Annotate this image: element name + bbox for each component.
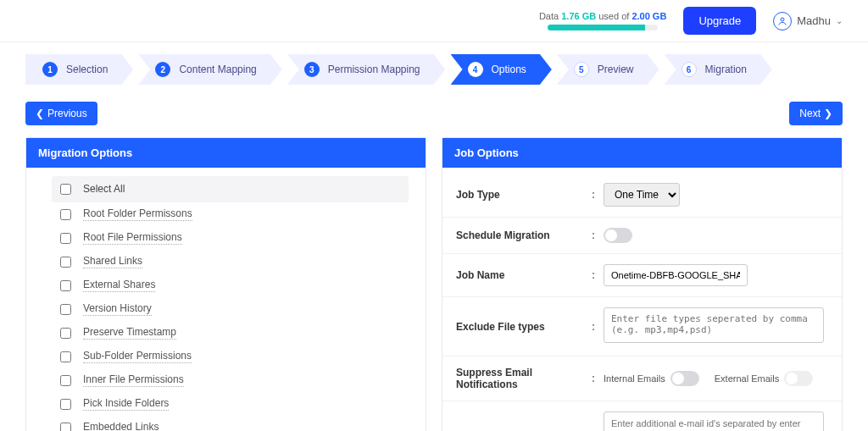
migration-options-list: Select All Root Folder PermissonsRoot Fi…	[26, 168, 426, 431]
chevron-right-icon: ❯	[824, 108, 832, 119]
previous-label: Previous	[47, 108, 87, 119]
external-emails-toggle[interactable]	[784, 371, 813, 386]
option-label: Sub-Folder Permissions	[83, 350, 192, 363]
internal-emails-toggle[interactable]	[670, 371, 699, 386]
step-number: 2	[155, 62, 170, 77]
job-name-label: Job Name	[456, 269, 592, 281]
schedule-label: Schedule Migration	[456, 229, 592, 241]
option-row: Root File Permissions	[60, 226, 409, 250]
additional-emails-input[interactable]	[604, 412, 824, 431]
select-all-row[interactable]: Select All	[52, 176, 409, 202]
option-row: Root Folder Permissons	[60, 202, 409, 226]
step-label: Permission Mapping	[328, 64, 420, 75]
additional-emails-row	[442, 401, 842, 431]
option-row: External Shares	[60, 274, 409, 297]
data-total-value: 2.00 GB	[632, 11, 666, 21]
select-all-label: Select All	[83, 183, 125, 196]
step-preview[interactable]: 5Preview	[557, 54, 659, 85]
option-row: Version History	[60, 297, 409, 321]
option-row: Pick Inside Folders	[60, 392, 409, 416]
data-used-value: 1.76 GB	[561, 11, 596, 21]
option-checkbox[interactable]	[60, 375, 71, 386]
job-options-title: Job Options	[442, 138, 842, 168]
job-type-select[interactable]: One Time	[604, 183, 680, 207]
option-checkbox[interactable]	[60, 423, 71, 432]
schedule-toggle[interactable]	[604, 228, 632, 243]
nav-row: ❮ Previous Next ❯	[0, 93, 868, 137]
job-name-row: Job Name :	[442, 254, 842, 297]
step-label: Preview	[598, 64, 634, 75]
suppress-label: Suppress Email Notifications	[456, 367, 592, 390]
step-number: 6	[682, 62, 697, 77]
step-label: Content Mapping	[179, 64, 256, 75]
top-bar: Data 1.76 GB used of 2.00 GB Upgrade Mad…	[0, 0, 868, 42]
option-label: Pick Inside Folders	[83, 397, 169, 411]
option-checkbox[interactable]	[60, 280, 71, 291]
data-usage: Data 1.76 GB used of 2.00 GB	[539, 11, 666, 30]
next-label: Next	[799, 108, 821, 119]
job-name-input[interactable]	[604, 264, 748, 286]
option-checkbox[interactable]	[60, 233, 71, 244]
usage-progress	[548, 25, 658, 30]
panels: Migration Options Select All Root Folder…	[0, 137, 868, 431]
option-label: Shared Links	[83, 255, 142, 268]
exclude-row: Exclude File types :	[442, 297, 842, 356]
option-row: Embedded Links	[60, 416, 409, 431]
step-number: 1	[42, 62, 58, 77]
upgrade-button[interactable]: Upgrade	[683, 7, 756, 35]
chevron-down-icon: ⌄	[836, 16, 843, 25]
step-options[interactable]: 4Options	[451, 54, 552, 85]
username-label: Madhu	[797, 14, 831, 27]
option-label: Preserve Timestamp	[83, 326, 176, 340]
option-checkbox[interactable]	[60, 399, 71, 410]
stepper: 1Selection2Content Mapping3Permission Ma…	[0, 42, 868, 93]
option-row: Inner File Permissions	[60, 368, 409, 392]
option-label: Inner File Permissions	[83, 373, 184, 387]
step-content-mapping[interactable]: 2Content Mapping	[138, 54, 281, 85]
option-label: Root Folder Permissons	[83, 207, 192, 221]
migration-options-panel: Migration Options Select All Root Folder…	[25, 137, 426, 431]
option-row: Shared Links	[60, 250, 409, 274]
avatar-icon	[773, 12, 792, 30]
step-label: Selection	[66, 64, 108, 75]
step-number: 3	[304, 62, 320, 77]
option-checkbox[interactable]	[60, 351, 71, 362]
option-label: Embedded Links	[83, 421, 159, 431]
exclude-label: Exclude File types	[456, 321, 592, 333]
option-checkbox[interactable]	[60, 209, 71, 220]
exclude-filetypes-input[interactable]	[604, 307, 824, 343]
step-label: Options	[492, 64, 526, 75]
option-row: Sub-Folder Permissions	[60, 345, 409, 368]
suppress-row: Suppress Email Notifications : Internal …	[442, 356, 842, 401]
data-label: Data	[539, 11, 559, 21]
step-selection[interactable]: 1Selection	[25, 54, 133, 85]
option-row: Preserve Timestamp	[60, 321, 409, 345]
step-number: 5	[574, 62, 589, 77]
option-label: Root File Permissions	[83, 231, 182, 245]
migration-options-title: Migration Options	[26, 138, 426, 168]
option-label: External Shares	[83, 279, 155, 292]
internal-emails-label: Internal Emails	[604, 373, 665, 384]
next-button[interactable]: Next ❯	[789, 102, 843, 125]
previous-button[interactable]: ❮ Previous	[25, 102, 97, 125]
job-type-row: Job Type : One Time	[442, 173, 842, 218]
data-used-of: used of	[598, 11, 629, 21]
step-migration[interactable]: 6Migration	[665, 54, 772, 85]
select-all-checkbox[interactable]	[60, 184, 71, 195]
option-checkbox[interactable]	[60, 257, 71, 268]
job-options-panel: Job Options Job Type : One Time Schedule…	[442, 137, 843, 431]
user-menu[interactable]: Madhu ⌄	[773, 12, 843, 30]
svg-point-0	[781, 18, 784, 21]
external-emails-label: External Emails	[715, 373, 779, 384]
step-label: Migration	[705, 64, 747, 75]
option-checkbox[interactable]	[60, 328, 71, 339]
chevron-left-icon: ❮	[36, 108, 44, 119]
job-type-label: Job Type	[456, 189, 592, 201]
schedule-row: Schedule Migration :	[442, 218, 842, 254]
step-number: 4	[468, 62, 483, 77]
option-label: Version History	[83, 302, 152, 316]
step-permission-mapping[interactable]: 3Permission Mapping	[287, 54, 446, 85]
option-checkbox[interactable]	[60, 304, 71, 315]
